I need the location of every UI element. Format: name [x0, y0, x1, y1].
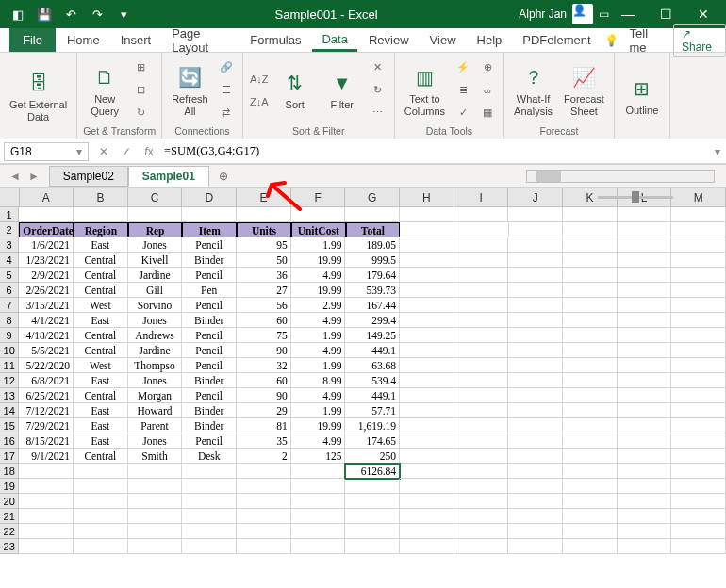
- cell[interactable]: 90: [237, 343, 291, 358]
- cell[interactable]: 9/1/2021: [19, 449, 74, 464]
- cell[interactable]: [400, 313, 454, 328]
- cell[interactable]: 19.99: [291, 418, 346, 433]
- cell[interactable]: 1.99: [291, 358, 346, 373]
- sheet-nav-next-icon[interactable]: ►: [25, 170, 43, 183]
- cell[interactable]: Jones: [128, 433, 183, 449]
- cell[interactable]: [454, 207, 509, 222]
- cell[interactable]: [563, 449, 618, 464]
- cell[interactable]: 1/23/2021: [19, 253, 74, 268]
- cell[interactable]: [671, 283, 726, 298]
- cell[interactable]: [671, 464, 726, 479]
- datamodel-icon[interactable]: ▦: [477, 103, 498, 123]
- cell[interactable]: East: [74, 237, 128, 253]
- cell[interactable]: [508, 539, 563, 554]
- cell[interactable]: 29: [237, 403, 291, 418]
- cell[interactable]: [618, 358, 672, 373]
- cell[interactable]: 4.99: [291, 313, 346, 328]
- add-sheet-button[interactable]: ⊕: [209, 170, 238, 183]
- cell[interactable]: [74, 539, 128, 554]
- cell[interactable]: [563, 388, 618, 403]
- cell[interactable]: 6/8/2021: [19, 373, 74, 388]
- cell[interactable]: [74, 524, 128, 539]
- text-to-columns-button[interactable]: ▥ Text to Columns: [401, 61, 449, 118]
- whatif-button[interactable]: ？ What-If Analysis: [510, 61, 556, 118]
- cell[interactable]: Pencil: [182, 328, 237, 343]
- cell[interactable]: Pencil: [182, 237, 237, 253]
- cell[interactable]: [671, 494, 726, 509]
- cell[interactable]: [454, 313, 509, 328]
- data-validation-icon[interactable]: ✓: [453, 103, 473, 123]
- cell[interactable]: West: [74, 298, 128, 313]
- cell[interactable]: [400, 222, 454, 237]
- cell[interactable]: [671, 403, 726, 418]
- cell[interactable]: [618, 237, 672, 253]
- col-header-D[interactable]: D: [182, 188, 237, 207]
- sort-button[interactable]: ⇅ Sort: [273, 67, 317, 112]
- row-header[interactable]: 9: [0, 328, 19, 343]
- cell[interactable]: [508, 403, 563, 418]
- cell[interactable]: [345, 479, 400, 494]
- cell[interactable]: Jones: [128, 313, 183, 328]
- cell[interactable]: [400, 449, 454, 464]
- cell[interactable]: East: [74, 313, 128, 328]
- cell[interactable]: [563, 268, 618, 283]
- cell[interactable]: Pencil: [182, 388, 237, 403]
- cell[interactable]: 57.71: [345, 403, 400, 418]
- cell[interactable]: [237, 524, 291, 539]
- cell[interactable]: [563, 494, 618, 509]
- col-header-G[interactable]: G: [345, 188, 400, 207]
- cell[interactable]: [508, 464, 563, 479]
- cell[interactable]: Pen: [182, 283, 237, 298]
- cell[interactable]: Pencil: [182, 343, 237, 358]
- cell[interactable]: 7/29/2021: [19, 418, 74, 433]
- cell[interactable]: 5/5/2021: [19, 343, 74, 358]
- row-header[interactable]: 12: [0, 373, 19, 388]
- cell[interactable]: [345, 494, 400, 509]
- cell[interactable]: [400, 207, 454, 222]
- cancel-formula-icon[interactable]: ✕: [92, 141, 115, 162]
- cell[interactable]: [508, 509, 563, 524]
- cell[interactable]: Central: [74, 253, 128, 268]
- cell[interactable]: [74, 479, 128, 494]
- cell[interactable]: 167.44: [345, 298, 400, 313]
- clear-filter-icon[interactable]: ✕: [368, 57, 388, 78]
- cell[interactable]: Morgan: [128, 388, 183, 403]
- cell[interactable]: [618, 494, 672, 509]
- row-header[interactable]: 18: [0, 464, 19, 479]
- cell[interactable]: [19, 494, 74, 509]
- tab-insert[interactable]: Insert: [111, 30, 161, 50]
- qat-customize-icon[interactable]: ▾: [113, 4, 134, 24]
- cell[interactable]: Units: [237, 222, 291, 237]
- tab-pdfelement[interactable]: PDFelement: [513, 30, 600, 50]
- cell[interactable]: Central: [74, 283, 128, 298]
- cell[interactable]: Region: [74, 222, 128, 237]
- cell[interactable]: East: [74, 403, 128, 418]
- cell[interactable]: Jones: [128, 373, 183, 388]
- cell[interactable]: [508, 207, 563, 222]
- cell[interactable]: [74, 494, 128, 509]
- cell[interactable]: [400, 524, 454, 539]
- cell[interactable]: [671, 253, 726, 268]
- cell[interactable]: West: [74, 358, 128, 373]
- cell[interactable]: [237, 509, 291, 524]
- cell[interactable]: Rep: [128, 222, 183, 237]
- cell[interactable]: [128, 479, 183, 494]
- cell[interactable]: 60: [237, 313, 291, 328]
- cell[interactable]: Pencil: [182, 358, 237, 373]
- relationships-icon[interactable]: ∞: [477, 80, 498, 101]
- sheet-tab-sample02[interactable]: Sample02: [49, 166, 128, 187]
- col-header-C[interactable]: C: [128, 188, 183, 207]
- cell[interactable]: [400, 298, 454, 313]
- namebox-dropdown-icon[interactable]: ▾: [76, 145, 82, 158]
- tab-data[interactable]: Data: [312, 29, 356, 52]
- cell[interactable]: [454, 343, 509, 358]
- cell[interactable]: East: [74, 433, 128, 449]
- cell[interactable]: Sorvino: [128, 298, 183, 313]
- cell[interactable]: 56: [237, 298, 291, 313]
- col-header-H[interactable]: H: [400, 188, 454, 207]
- cell[interactable]: [182, 524, 237, 539]
- refresh-all-button[interactable]: 🔄 Refresh All: [168, 61, 212, 118]
- cell[interactable]: [508, 479, 563, 494]
- cell[interactable]: 1.99: [291, 403, 346, 418]
- expand-formula-icon[interactable]: ▾: [709, 145, 726, 158]
